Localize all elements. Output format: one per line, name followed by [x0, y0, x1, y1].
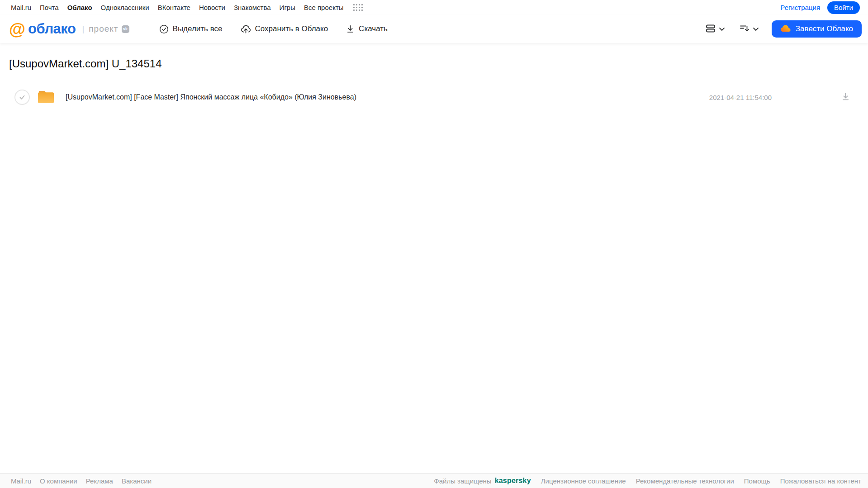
topnav-link-vkontakte[interactable]: ВКонтакте [158, 4, 190, 11]
file-name-link[interactable]: [UsupovMarket.com] [Face Master] Японски… [66, 93, 709, 101]
footer-right-links: Файлы защищены kaspersky Лицензионное со… [434, 477, 861, 485]
login-button[interactable]: Войти [827, 1, 860, 14]
footer-link-jobs[interactable]: Вакансии [122, 477, 152, 485]
cloud-upload-icon [241, 24, 251, 34]
topnav-link-odnoklassniki[interactable]: Одноклассники [101, 4, 149, 11]
cloud-public-page: Mail.ru Почта Облако Одноклассники ВКонт… [0, 0, 868, 488]
view-mode-icon [706, 24, 716, 34]
chevron-down-icon [753, 26, 759, 33]
download-button[interactable]: Скачать [346, 24, 388, 33]
save-to-cloud-label: Сохранить в Облако [255, 24, 328, 33]
row-checkbox[interactable] [14, 90, 30, 105]
footer-link-license[interactable]: Лицензионное соглашение [541, 477, 626, 485]
kaspersky-protect-unit: Файлы защищены kaspersky [434, 477, 531, 485]
page-footer: Mail.ru О компании Реклама Вакансии Файл… [0, 473, 868, 488]
select-all-button[interactable]: Выделить все [159, 24, 223, 34]
vk-icon: vk [122, 25, 129, 33]
file-row[interactable]: [UsupovMarket.com] [Face Master] Японски… [0, 85, 868, 110]
cloud-logo[interactable]: @ облако | проект vk [9, 21, 129, 38]
check-circle-icon [159, 24, 169, 34]
kaspersky-logo[interactable]: kaspersky [495, 477, 531, 485]
download-icon [841, 92, 850, 101]
cloud-toolbar: @ облако | проект vk Выделить все [0, 15, 868, 43]
cloud-logo-text: облако [28, 21, 76, 37]
sort-icon [740, 24, 749, 34]
save-to-cloud-button[interactable]: Сохранить в Облако [241, 24, 328, 34]
select-all-label: Выделить все [173, 24, 223, 33]
footer-link-mailru[interactable]: Mail.ru [11, 477, 31, 485]
get-cloud-button[interactable]: Завести Облако [772, 20, 862, 38]
mailru-at-icon: @ [9, 21, 25, 38]
download-icon [346, 24, 355, 33]
footer-link-recommendation-tech[interactable]: Рекомендательные технологии [636, 477, 734, 485]
sort-dropdown[interactable] [738, 22, 761, 36]
project-vk-label: проект [89, 24, 118, 34]
topnav-link-mailru[interactable]: Mail.ru [11, 4, 31, 11]
footer-link-about[interactable]: О компании [40, 477, 77, 485]
register-link[interactable]: Регистрация [780, 4, 820, 11]
topnav-link-znakomstva[interactable]: Знакомства [234, 4, 271, 11]
file-date: 2021-04-21 11:54:00 [709, 94, 772, 101]
get-cloud-label: Завести Облако [796, 24, 853, 33]
row-download-button[interactable] [840, 91, 851, 103]
portal-navbar: Mail.ru Почта Облако Одноклассники ВКонт… [0, 0, 868, 15]
topnav-link-all-projects[interactable]: Все проекты [304, 4, 344, 11]
page-title: [UsupovMarket.com] U_134514 [9, 57, 868, 71]
folder-icon [38, 90, 54, 105]
footer-link-help[interactable]: Помощь [744, 477, 770, 485]
chevron-down-icon [719, 26, 725, 33]
toolbar-actions: Выделить все Сохранить в Облако [159, 24, 388, 34]
footer-link-ads[interactable]: Реклама [86, 477, 113, 485]
topnav-link-pochta[interactable]: Почта [40, 4, 59, 11]
topnav-link-novosti[interactable]: Новости [199, 4, 225, 11]
download-label: Скачать [359, 24, 388, 33]
topnav-link-igry[interactable]: Игры [280, 4, 295, 11]
apps-grid-icon[interactable] [353, 4, 363, 11]
portal-links: Mail.ru Почта Облако Одноклассники ВКонт… [11, 4, 363, 11]
file-list-area: [UsupovMarket.com] U_134514 [0, 43, 868, 473]
files-protected-label: Файлы защищены [434, 477, 491, 485]
checkmark-icon [18, 93, 26, 101]
footer-link-report-content[interactable]: Пожаловаться на контент [780, 477, 861, 485]
topnav-link-oblako[interactable]: Облако [67, 4, 92, 11]
toolbar-right: Завести Облако [704, 20, 862, 38]
footer-left-links: Mail.ru О компании Реклама Вакансии [11, 477, 152, 485]
auth-area: Регистрация Войти [780, 1, 860, 14]
brand-divider: | [82, 24, 84, 34]
view-mode-dropdown[interactable] [704, 22, 727, 36]
cloud-logo-icon [780, 24, 791, 34]
